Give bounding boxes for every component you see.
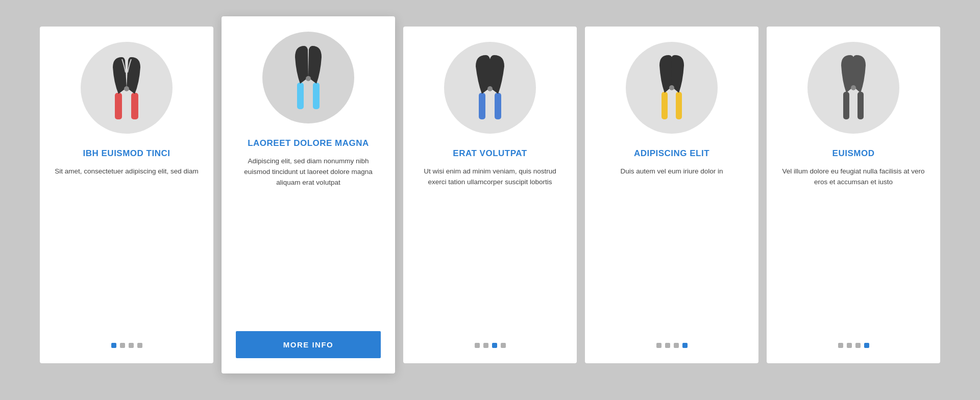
card-text-3: Ut wisi enim ad minim veniam, quis nostr… [418, 166, 562, 329]
svg-rect-1 [131, 93, 138, 119]
dot-1-4 [137, 343, 142, 348]
dot-3-4 [501, 343, 506, 348]
dot-3-2 [483, 343, 488, 348]
dot-5-2 [847, 343, 852, 348]
dots-row-1 [111, 343, 142, 348]
svg-rect-10 [676, 92, 682, 119]
dot-3-3 [492, 343, 497, 348]
icon-circle-3 [444, 42, 536, 134]
icon-circle-2 [262, 32, 354, 123]
dot-4-4 [682, 343, 688, 348]
dot-5-1 [838, 343, 843, 348]
dot-1-2 [120, 343, 125, 348]
svg-rect-4 [313, 83, 320, 109]
dot-1-1 [111, 343, 116, 348]
more-info-button[interactable]: MORE INFO [236, 331, 381, 358]
card-4: ADIPISCING ELITDuis autem vel eum iriure… [585, 27, 758, 363]
svg-rect-13 [857, 92, 864, 119]
card-text-4: Duis autem vel eum iriure dolor in [620, 166, 723, 329]
cards-container: IBH EUISMOD TINCISit amet, consectetuer … [0, 6, 980, 394]
svg-rect-7 [495, 93, 501, 119]
card-title-2: LAOREET DOLORE MAGNA [248, 138, 369, 149]
dot-5-3 [855, 343, 861, 348]
svg-point-11 [669, 85, 674, 90]
svg-rect-6 [479, 93, 485, 119]
svg-rect-12 [843, 92, 849, 119]
card-3: ERAT VOLUTPATUt wisi enim ad minim venia… [403, 27, 577, 363]
svg-point-5 [306, 76, 311, 81]
card-5: EUISMODVel illum dolore eu feugiat nulla… [767, 27, 940, 363]
icon-circle-1 [81, 42, 173, 134]
svg-rect-0 [115, 93, 122, 119]
card-text-5: Vel illum dolore eu feugiat nulla facili… [781, 166, 926, 329]
card-text-1: Sit amet, consectetuer adipiscing elit, … [55, 166, 198, 329]
card-title-3: ERAT VOLUTPAT [453, 148, 527, 159]
dots-row-5 [838, 343, 869, 348]
svg-point-14 [851, 85, 856, 90]
card-2: LAOREET DOLORE MAGNAAdipiscing elit, sed… [222, 16, 395, 373]
icon-circle-4 [626, 42, 718, 134]
svg-rect-3 [297, 83, 304, 109]
card-title-4: ADIPISCING ELIT [634, 148, 709, 159]
dot-5-4 [864, 343, 869, 348]
dot-4-1 [656, 343, 662, 348]
dot-3-1 [475, 343, 480, 348]
card-1: IBH EUISMOD TINCISit amet, consectetuer … [40, 27, 213, 363]
svg-point-2 [124, 86, 129, 91]
dot-1-3 [129, 343, 134, 348]
svg-rect-9 [662, 92, 668, 119]
card-title-5: EUISMOD [832, 148, 875, 159]
dots-row-4 [656, 343, 688, 348]
card-text-2: Adipiscing elit, sed diam nonummy nibh e… [236, 156, 381, 317]
svg-point-8 [487, 86, 493, 91]
icon-circle-5 [807, 42, 899, 134]
dot-4-2 [665, 343, 670, 348]
dot-4-3 [674, 343, 679, 348]
card-title-1: IBH EUISMOD TINCI [83, 148, 170, 159]
dots-row-3 [475, 343, 506, 348]
